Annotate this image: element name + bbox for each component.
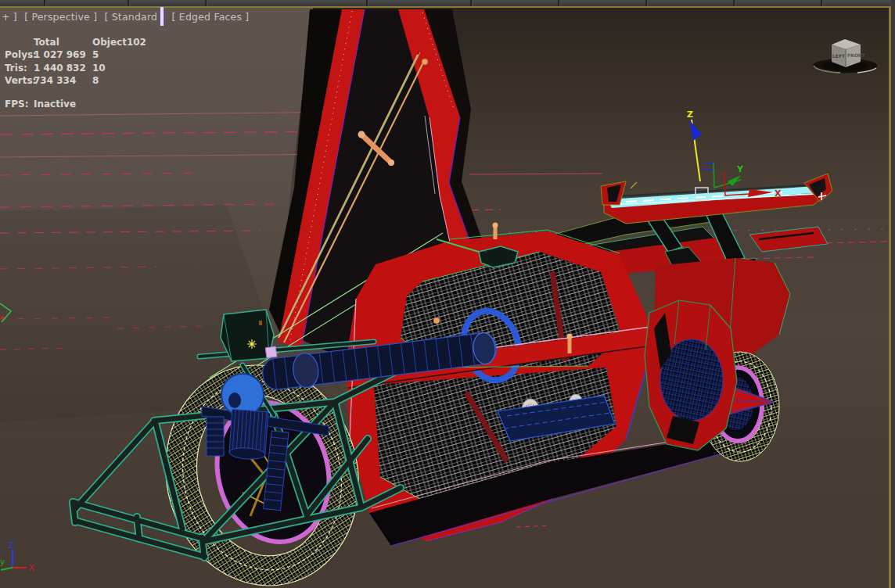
- vertex-handle[interactable]: [265, 346, 277, 358]
- gizmo-x-label: X: [775, 188, 782, 199]
- gizmo-y-label: Y: [736, 164, 744, 174]
- viewport-border-right[interactable]: [889, 6, 891, 588]
- stats-row-polys: Polys: 1 027 969 5: [5, 48, 146, 61]
- gizmo-z-label: Z: [687, 109, 693, 120]
- text-cursor: [160, 7, 164, 26]
- axis-y-label: y: [0, 558, 5, 566]
- axis-z-label: Z: [9, 541, 14, 550]
- toolbar-strip: [0, 0, 895, 6]
- viewcube-left-label: LEFT: [832, 53, 846, 59]
- viewport-label: + ] [ Perspective ] [ Standard ] [ Edged…: [2, 11, 253, 23]
- axis-x-label: X: [29, 564, 34, 572]
- stats-row-tris: Tris: 1 440 832 10: [5, 62, 146, 74]
- viewport-general-menu[interactable]: + ]: [2, 11, 17, 23]
- max-viewport-screen: Z Y X Z X y L: [0, 0, 895, 588]
- stats-col-object: Object102: [92, 36, 146, 48]
- fps-label: FPS:: [5, 98, 34, 110]
- fps-value: Inactive: [34, 98, 92, 110]
- viewport-pov-menu[interactable]: [ Perspective ]: [24, 11, 97, 23]
- viewport-style-menu[interactable]: [ Standard ]: [104, 11, 164, 23]
- viewport-statistics: Total Object102 Polys: 1 027 969 5 Tris:…: [5, 36, 146, 110]
- stats-col-total: Total: [34, 36, 92, 48]
- stats-header-row: Total Object102: [5, 36, 146, 48]
- stats-row-fps: FPS: Inactive: [5, 98, 146, 110]
- stats-row-verts: Verts: 734 334 8: [5, 74, 146, 87]
- right-gutter: [891, 0, 895, 588]
- viewport-border-top: [0, 6, 891, 8]
- viewcube-front-label: FRONT: [847, 52, 866, 58]
- viewport-shading-menu[interactable]: [ Edged Faces ]: [172, 11, 250, 23]
